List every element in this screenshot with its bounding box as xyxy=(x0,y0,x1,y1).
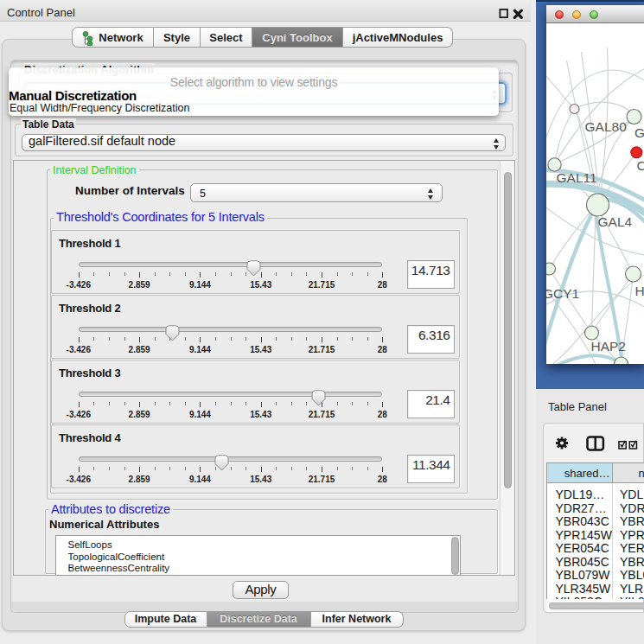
svg-text:GAL4: GAL4 xyxy=(597,214,632,229)
svg-text:HA: HA xyxy=(634,284,644,298)
svg-text:GAL80: GAL80 xyxy=(584,119,627,134)
svg-text:CY: CY xyxy=(636,158,644,173)
svg-text:GCY1: GCY1 xyxy=(546,286,579,301)
svg-text:HAP2: HAP2 xyxy=(590,339,626,354)
svg-text:GA: GA xyxy=(634,125,644,140)
svg-text:GAL11: GAL11 xyxy=(556,170,596,185)
